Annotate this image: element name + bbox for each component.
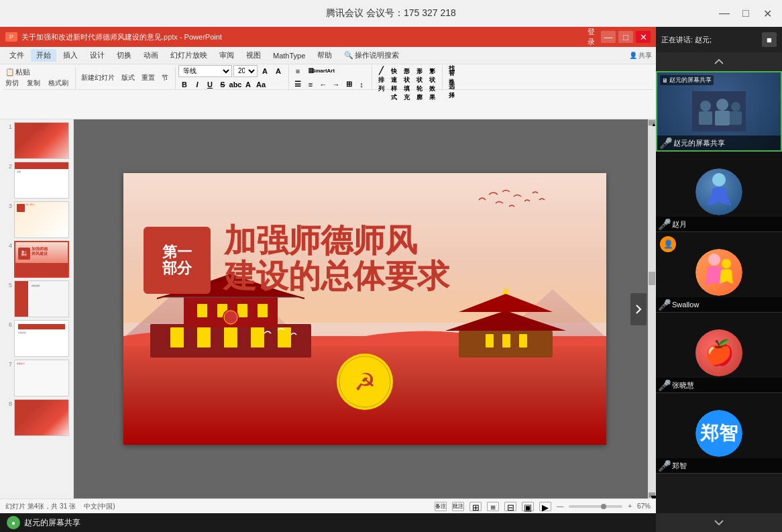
screen-share-label: 赵元的屏幕共享 <box>24 517 80 529</box>
scroll-down-btn[interactable] <box>656 513 782 532</box>
numbering-btn[interactable]: ≡ <box>304 78 317 91</box>
zhangxiaohui-namebar: 🎤 张晓慧 <box>656 378 782 392</box>
italic-btn[interactable]: I <box>191 78 203 91</box>
collapse-arrow[interactable] <box>630 293 647 325</box>
reset-btn[interactable]: 重置 <box>139 72 158 83</box>
slide-thumb-6[interactable]: 6 详细内容 <box>4 320 69 357</box>
layout-btn[interactable]: 版式 <box>119 72 137 83</box>
speaking-bar: 正在讲话: 赵元; ■ <box>656 27 782 52</box>
format-painter-btn[interactable]: 格式刷 <box>46 78 71 89</box>
menu-animation[interactable]: 动画 <box>138 49 164 62</box>
font-family-select[interactable]: 等线 <box>178 65 232 77</box>
zoom-level: + <box>628 502 632 510</box>
text-direction-btn[interactable]: ≡ <box>292 65 304 77</box>
comments-btn[interactable]: 批注 <box>452 502 464 511</box>
section-btn[interactable]: 节 <box>159 72 171 83</box>
zoom-slider[interactable] <box>569 505 622 508</box>
ppt-close-btn[interactable]: ✕ <box>636 31 651 43</box>
slide-thumb-1[interactable]: 1 加强师德师风建设的意见 <box>4 122 69 159</box>
menu-slideshow[interactable]: 幻灯片放映 <box>165 49 213 62</box>
char-spacing-btn[interactable]: Aa <box>255 78 267 91</box>
menu-help[interactable]: 帮助 <box>312 49 337 62</box>
convert-smartart-btn[interactable]: SmartArt <box>317 65 329 77</box>
ppt-login-btn[interactable]: 登录 <box>583 30 598 44</box>
bold-btn[interactable]: B <box>178 78 190 91</box>
arrange-btn[interactable]: 排列 <box>375 78 387 91</box>
new-slide-btn[interactable]: 新建幻灯片 <box>78 72 117 83</box>
menu-home[interactable]: 开始 <box>31 49 56 62</box>
strikethrough-btn[interactable]: S <box>217 78 229 91</box>
menu-file[interactable]: 文件 <box>4 49 30 62</box>
scroll-up-btn[interactable] <box>656 52 782 71</box>
paste-icon: 📋 <box>5 68 15 76</box>
font-increase-btn[interactable]: A <box>259 65 271 77</box>
reading-view-btn[interactable]: ▣ <box>522 502 534 511</box>
slide-thumb-2[interactable]: 2 目录 <box>4 162 69 199</box>
statusbar-right: 备注 批注 ⊞ ≡ ⊟ ▣ ▶ — + 67% <box>435 502 651 511</box>
outline-view-btn[interactable]: ≡ <box>487 502 499 511</box>
indent-inc-btn[interactable]: → <box>330 78 342 91</box>
cut-btn[interactable]: 剪切 <box>3 78 21 89</box>
zhengzhi-avatar: 郑智 <box>695 410 742 457</box>
font-decrease-btn[interactable]: A <box>272 65 284 77</box>
close-button[interactable]: ✕ <box>759 7 775 19</box>
maximize-button[interactable]: □ <box>738 7 754 19</box>
shape-fill-btn[interactable]: 形状填充 <box>400 78 412 91</box>
zoom-divider: — <box>557 502 563 510</box>
svg-rect-10 <box>237 304 247 317</box>
bullets-btn[interactable]: ☰ <box>292 78 304 91</box>
shape-outline-btn[interactable]: 形状轮廓 <box>413 78 425 91</box>
line-spacing-btn[interactable]: ↕ <box>355 78 368 91</box>
indent-dec-btn[interactable]: ← <box>317 78 329 91</box>
slideshow-btn[interactable]: ▶ <box>539 502 551 511</box>
ppt-restore-btn[interactable]: □ <box>618 31 633 43</box>
paste-btn[interactable]: 📋 粘贴 <box>3 66 71 77</box>
svg-rect-18 <box>502 334 510 348</box>
slides-group: 新建幻灯片 版式 重置 节 <box>78 66 176 89</box>
menu-design[interactable]: 设计 <box>85 49 110 62</box>
slide-canvas-wrap: ☭ 第一 部分 加强师德师风 建设的总体要求 <box>74 119 656 498</box>
menu-review[interactable]: 审阅 <box>214 49 239 62</box>
red-box-text-line1: 第一 <box>162 244 192 260</box>
underline-btn[interactable]: U <box>204 78 216 91</box>
svg-rect-27 <box>715 111 730 125</box>
menu-view[interactable]: 视图 <box>241 49 266 62</box>
font-row2: B I U S abc A Aa <box>178 78 284 91</box>
font-color-btn[interactable]: A <box>242 78 254 91</box>
font-size-select[interactable]: 20 <box>233 65 258 77</box>
heading-line1: 加强师德师风 <box>224 223 593 259</box>
slide-thumb-8[interactable]: 8 <box>4 399 69 436</box>
svg-rect-3 <box>224 327 237 348</box>
ppt-statusbar: 幻灯片 第4张，共 31 张 中文(中国) 备注 批注 ⊞ ≡ ⊟ ▣ ▶ — <box>0 498 656 513</box>
menu-mathtype[interactable]: MathType <box>268 50 311 61</box>
menu-transition[interactable]: 切换 <box>111 49 137 62</box>
ppt-minimize-btn[interactable]: — <box>601 31 616 43</box>
svg-rect-2 <box>197 327 211 348</box>
slide-thumb-5[interactable]: 5 内容说明 <box>4 280 69 317</box>
select-btn[interactable]: 选择 <box>445 85 457 97</box>
quick-styles-btn[interactable]: 快速样式 <box>388 78 400 91</box>
expand-panel-btn[interactable]: ■ <box>762 32 777 47</box>
shadow-btn[interactable]: abc <box>229 78 241 91</box>
zhaoyue-avatar <box>695 168 742 215</box>
col-btn[interactable]: ⊞ <box>343 78 355 91</box>
search-icon: 🔍 <box>344 51 353 60</box>
svg-rect-8 <box>197 304 207 317</box>
slide-thumb-4[interactable]: 4 第一部分 加强师德师风建设 <box>4 241 69 278</box>
minimize-button[interactable]: — <box>716 7 732 19</box>
menu-insert[interactable]: 插入 <box>58 49 83 62</box>
ppt-menubar: 文件 开始 插入 设计 切换 动画 幻灯片放映 审阅 视图 MathType 帮… <box>0 47 656 64</box>
menu-search[interactable]: 🔍 操作说明搜索 <box>339 49 404 62</box>
red-box-text-line2: 部分 <box>162 260 192 276</box>
slide-sorter-btn[interactable]: ⊟ <box>504 502 516 511</box>
ppt-window: P 关于加强和改进新时代师德师风建设的意见.pptx - PowerPoint … <box>0 27 656 513</box>
slide-thumb-3[interactable]: 3 第一部分 <box>4 201 69 238</box>
normal-view-btn[interactable]: ⊞ <box>469 502 482 511</box>
slide-scrollbar[interactable]: ▲ ▼ <box>648 119 656 498</box>
para-row1: ≡ ≣ SmartArt <box>292 65 368 77</box>
notes-btn[interactable]: 备注 <box>435 502 447 511</box>
participants-list: 🖥 赵元的屏幕共享 🎤 赵元的屏幕共享 <box>656 71 782 513</box>
shape-effect-btn[interactable]: 形状效果 <box>426 78 438 91</box>
copy-btn[interactable]: 复制 <box>24 78 43 89</box>
slide-thumb-7[interactable]: 7 重要提示 <box>4 360 69 396</box>
